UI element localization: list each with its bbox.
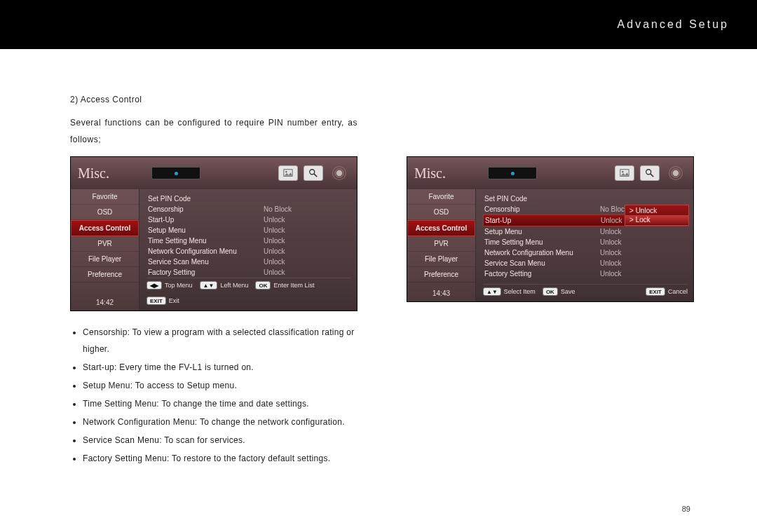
btn-ok-icon: OK bbox=[543, 287, 558, 296]
btn-exit-icon: EXIT bbox=[646, 287, 665, 296]
row-set-pin[interactable]: Set PIN Code bbox=[146, 193, 351, 204]
left-column: 2) Access Control Several functions can … bbox=[70, 95, 357, 468]
screenshot-title: Misc. bbox=[414, 165, 446, 182]
btn-ud-icon: ▲▼ bbox=[483, 287, 501, 296]
svg-line-3 bbox=[314, 174, 317, 177]
bullet-startup: Start-up: Every time the FV-L1 is turned… bbox=[83, 359, 357, 376]
bullet-factory: Factory Setting Menu: To restore to the … bbox=[83, 450, 357, 467]
search-icon bbox=[304, 165, 323, 181]
btn-ud-icon: ▲▼ bbox=[200, 281, 218, 289]
bullet-time: Time Setting Menu: To change the time an… bbox=[83, 395, 357, 412]
bullet-setup: Setup Menu: To access to Setup menu. bbox=[83, 377, 357, 394]
row-service-scan[interactable]: Service Scan MenuUnlock bbox=[483, 258, 688, 268]
screenshot-header: Misc. bbox=[407, 157, 693, 189]
sidebar-item-favorite[interactable]: Favorite bbox=[71, 189, 139, 205]
hint-save: Save bbox=[561, 288, 575, 295]
bullet-network: Network Configuration Menu: To change th… bbox=[83, 414, 357, 430]
btn-lr-icon: ◀▶ bbox=[146, 281, 162, 289]
sidebar-item-pvr[interactable]: PVR bbox=[71, 236, 139, 252]
sidebar-item-pvr[interactable]: PVR bbox=[407, 236, 475, 252]
hint-left-menu: Left Menu bbox=[220, 282, 248, 289]
option-lock[interactable]: Lock bbox=[625, 215, 688, 224]
page-number: 89 bbox=[682, 505, 690, 513]
search-icon bbox=[640, 165, 660, 181]
right-column: Misc. Favorite OSD Access Control bbox=[407, 95, 694, 468]
row-time-setting[interactable]: Time Setting MenuUnlock bbox=[483, 237, 688, 247]
stb-icon bbox=[151, 167, 200, 179]
sidebar-item-osd[interactable]: OSD bbox=[407, 205, 475, 220]
sidebar-clock: 14:43 bbox=[407, 282, 475, 301]
row-start-up[interactable]: Start-UpUnlock bbox=[146, 214, 351, 225]
hint-exit: Exit bbox=[169, 297, 179, 304]
svg-point-5 bbox=[622, 171, 623, 172]
picture-icon bbox=[615, 165, 634, 181]
screenshot-main: Set PIN Code CensorshipNo Block Start-Up… bbox=[139, 189, 357, 311]
row-censorship[interactable]: CensorshipNo Block bbox=[146, 204, 351, 214]
sidebar-item-file-player[interactable]: File Player bbox=[71, 252, 139, 267]
page-header: Advanced Setup bbox=[0, 0, 757, 49]
svg-point-2 bbox=[310, 170, 315, 175]
row-factory-setting[interactable]: Factory SettingUnlock bbox=[146, 267, 351, 278]
sidebar-item-preference[interactable]: Preference bbox=[407, 267, 475, 282]
stb-icon bbox=[488, 167, 537, 179]
page-header-title: Advanced Setup bbox=[618, 18, 729, 31]
row-service-scan[interactable]: Service Scan MenuUnlock bbox=[146, 257, 351, 267]
page-content: 2) Access Control Several functions can … bbox=[0, 49, 757, 468]
screenshot-footer: ▲▼Select Item OKSave EXITCancel bbox=[483, 284, 688, 297]
row-setup-menu[interactable]: Setup MenuUnlock bbox=[146, 225, 351, 236]
hint-cancel: Cancel bbox=[668, 288, 688, 295]
gear-icon bbox=[329, 163, 350, 183]
screenshot-title: Misc. bbox=[78, 165, 109, 182]
svg-line-7 bbox=[650, 174, 653, 177]
screenshot-sidebar: Favorite OSD Access Control PVR File Pla… bbox=[71, 189, 139, 311]
row-network-config[interactable]: Network Configuration MenuUnlock bbox=[483, 247, 688, 258]
sidebar-item-access-control[interactable]: Access Control bbox=[407, 220, 475, 236]
sidebar-item-access-control[interactable]: Access Control bbox=[71, 220, 139, 236]
section-intro: Several functions can be configured to r… bbox=[70, 114, 357, 148]
option-dropdown[interactable]: Unlock Lock bbox=[625, 205, 689, 226]
screenshot-right: Misc. Favorite OSD Access Control bbox=[407, 156, 694, 302]
bullet-service: Service Scan Menu: To scan for services. bbox=[83, 432, 357, 449]
hint-select: Select Item bbox=[504, 288, 536, 295]
sidebar-item-preference[interactable]: Preference bbox=[71, 267, 139, 282]
btn-ok-icon: OK bbox=[255, 281, 271, 289]
screenshot-footer: ◀▶Top Menu ▲▼Left Menu OKEnter Item List… bbox=[146, 278, 351, 306]
screenshot-header: Misc. bbox=[71, 157, 357, 189]
btn-exit-icon: EXIT bbox=[146, 296, 166, 305]
row-setup-menu[interactable]: Setup MenuUnlock bbox=[483, 226, 688, 237]
row-factory-setting[interactable]: Factory SettingUnlock bbox=[483, 268, 688, 279]
row-set-pin[interactable]: Set PIN Code bbox=[483, 193, 688, 204]
bullet-list: Censorship: To view a program with a sel… bbox=[70, 324, 357, 467]
sidebar-item-osd[interactable]: OSD bbox=[71, 205, 139, 220]
svg-point-6 bbox=[646, 170, 651, 175]
bullet-censorship: Censorship: To view a program with a sel… bbox=[83, 324, 357, 357]
row-time-setting[interactable]: Time Setting MenuUnlock bbox=[146, 236, 351, 246]
screenshot-left: Misc. Favorite OSD Access Control bbox=[70, 156, 357, 311]
gear-icon bbox=[665, 163, 686, 183]
sidebar-item-file-player[interactable]: File Player bbox=[407, 252, 475, 267]
svg-point-1 bbox=[285, 171, 287, 172]
screenshot-sidebar: Favorite OSD Access Control PVR File Pla… bbox=[407, 189, 476, 301]
screenshot-main: Set PIN Code CensorshipNo Block Start-Up… bbox=[476, 189, 693, 301]
sidebar-clock: 14:42 bbox=[71, 292, 139, 311]
row-network-config[interactable]: Network Configuration MenuUnlock bbox=[146, 246, 351, 257]
section-heading: 2) Access Control bbox=[70, 95, 357, 104]
sidebar-item-favorite[interactable]: Favorite bbox=[407, 189, 475, 205]
option-unlock[interactable]: Unlock bbox=[625, 206, 688, 215]
hint-top-menu: Top Menu bbox=[165, 282, 193, 289]
picture-icon bbox=[278, 165, 298, 181]
hint-enter: Enter Item List bbox=[273, 282, 314, 289]
